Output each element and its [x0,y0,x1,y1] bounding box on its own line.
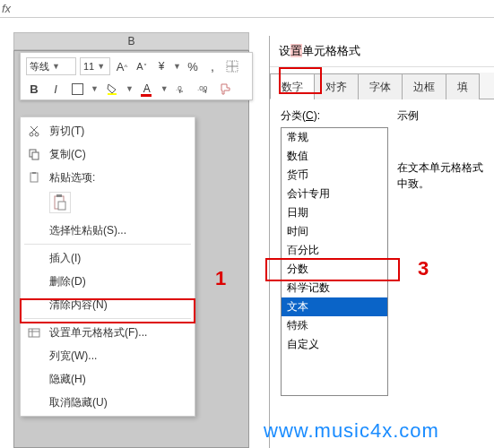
category-item[interactable]: 时间 [282,222,387,241]
svg-line-10 [30,126,37,133]
chevron-down-icon: ▼ [52,62,60,71]
cut-icon [26,123,42,139]
svg-line-9 [31,126,38,133]
svg-rect-3 [72,83,82,94]
svg-rect-4 [108,93,117,95]
borders-button[interactable] [69,81,85,97]
menu-label: 选择性粘贴(S)... [49,223,187,238]
annotation-marker-3: 3 [418,257,429,280]
menu-delete[interactable]: 删除(D) [21,270,195,293]
percent-button[interactable]: % [185,58,201,74]
column-letter: B [127,35,134,47]
tab-border[interactable]: 边框 [402,73,446,99]
font-size-select[interactable]: 11▼ [80,57,110,75]
font-color-button[interactable]: A [139,81,155,97]
fx-label[interactable]: fx [2,2,11,15]
column-header-b[interactable]: B [13,32,249,50]
category-item[interactable]: 会计专用 [282,185,387,203]
menu-label: 插入(I) [49,251,187,266]
svg-rect-13 [30,173,38,182]
menu-column-width[interactable]: 列宽(W)... [21,344,195,367]
comma-button[interactable]: , [204,58,221,74]
category-item[interactable]: 日期 [282,203,387,222]
formula-bar: fx [0,0,494,18]
dialog-tabs: 数字 对齐 字体 边框 填 [270,73,494,99]
tab-font[interactable]: 字体 [358,73,403,99]
annotation-marker-1: 1 [215,267,226,290]
menu-label: 隐藏(H) [49,372,187,387]
menu-label: 列宽(W)... [49,349,187,364]
tab-fill[interactable]: 填 [446,73,480,99]
menu-label: 清除内容(N) [49,297,187,313]
category-item[interactable]: 特殊 [282,316,387,335]
category-label: 分类(C): [281,108,388,124]
menu-label: 复制(C) [49,147,187,162]
chevron-down-icon[interactable]: ▼ [126,84,134,93]
decrease-font-button[interactable]: A˅ [134,58,150,74]
currency-button[interactable]: ¥ [153,58,169,74]
category-item[interactable]: 文本 [282,297,387,316]
paste-button[interactable] [49,192,71,213]
decrease-decimal-button[interactable]: .0 [174,81,190,97]
svg-rect-12 [32,152,39,159]
context-menu: 剪切(T) 复制(C) 粘贴选项: 选择性粘贴(S)... 插入(I) 删除(D… [20,116,195,417]
chevron-down-icon[interactable]: ▼ [173,62,181,71]
svg-rect-14 [32,172,36,174]
category-item[interactable]: 数值 [282,147,387,166]
menu-label: 剪切(T) [49,124,187,139]
increase-decimal-button[interactable]: .00 [195,81,212,97]
menu-label: 粘贴选项: [49,170,187,185]
menu-label: 取消隐藏(U) [49,395,187,410]
separator [24,318,191,319]
menu-copy[interactable]: 复制(C) [21,142,195,166]
menu-format-cells[interactable]: 设置单元格格式(F)... [21,321,195,344]
menu-insert[interactable]: 插入(I) [21,246,195,270]
sample-label: 示例 [397,108,483,124]
menu-paste-special[interactable]: 选择性粘贴(S)... [21,219,195,242]
mini-toolbar: 等线▼ 11▼ A^ A˅ ¥ ▼ % , B I ▼ ▼ A ▼ .0 [20,52,253,100]
sample-description: 在文本单元格格式中致。 [397,159,483,192]
format-cells-icon [26,324,42,340]
svg-rect-18 [29,329,39,337]
menu-hide[interactable]: 隐藏(H) [21,367,195,391]
format-painter-button[interactable] [217,81,233,97]
category-item[interactable]: 常规 [282,128,387,147]
italic-button[interactable]: I [48,81,64,97]
format-cells-dialog: 设置单元格格式 数字 对齐 字体 边框 填 分类(C): 常规数值货币会计专用日… [269,36,494,448]
category-item[interactable]: 百分比 [282,241,387,260]
font-name-select[interactable]: 等线▼ [26,57,76,75]
watermark: www.music4x.com [264,419,439,443]
svg-rect-17 [58,202,65,210]
paste-icon [26,169,42,185]
category-item[interactable]: 分数 [282,260,387,279]
svg-point-8 [35,133,39,136]
category-item[interactable]: 自定义 [282,335,387,354]
copy-icon [26,146,42,162]
bold-button[interactable]: B [26,81,42,97]
menu-label: 删除(D) [49,274,187,289]
chevron-down-icon[interactable]: ▼ [160,84,169,93]
category-item[interactable]: 科学记数 [282,279,387,297]
dialog-title: 设置单元格格式 [270,36,494,67]
svg-rect-16 [56,194,62,197]
category-list[interactable]: 常规数值货币会计专用日期时间百分比分数科学记数文本特殊自定义 [281,127,388,396]
borders-icon[interactable] [224,58,240,74]
menu-label: 设置单元格格式(F)... [49,325,187,340]
svg-point-7 [30,133,33,136]
menu-clear-contents[interactable]: 清除内容(N) [21,293,195,316]
chevron-down-icon[interactable]: ▼ [91,84,99,93]
menu-cut[interactable]: 剪切(T) [21,119,195,142]
tab-number[interactable]: 数字 [270,73,315,99]
menu-paste-options-header: 粘贴选项: [21,166,195,189]
category-item[interactable]: 货币 [282,166,387,185]
tab-alignment[interactable]: 对齐 [314,73,359,99]
separator [24,244,191,245]
chevron-down-icon: ▼ [97,62,105,71]
fill-color-button[interactable] [104,81,120,97]
increase-font-button[interactable]: A^ [114,58,130,74]
menu-unhide[interactable]: 取消隐藏(U) [21,391,195,414]
